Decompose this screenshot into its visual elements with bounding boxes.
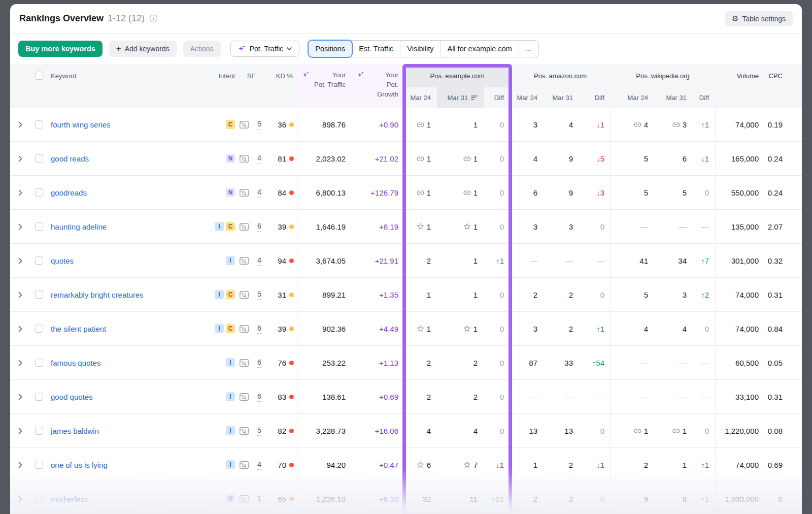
row-expander[interactable] xyxy=(10,244,30,277)
row-checkbox-cell xyxy=(30,482,48,514)
row-expander[interactable] xyxy=(10,448,30,481)
col-keyword[interactable]: Keyword xyxy=(48,64,206,87)
col-amazon-diff[interactable]: Diff xyxy=(579,87,611,108)
serp-features-icon[interactable] xyxy=(240,495,249,503)
volume-cell: 74,000 xyxy=(715,108,765,141)
row-expander[interactable] xyxy=(10,380,30,413)
row-checkbox[interactable] xyxy=(35,120,43,128)
sf-count[interactable]: 6 xyxy=(257,392,261,401)
col-pot-traffic[interactable]: YourPot. Traffic xyxy=(297,64,352,108)
keyword-link[interactable]: remarkably bright creatures xyxy=(51,291,144,299)
col-cpc[interactable]: CPC xyxy=(765,64,802,87)
row-expander[interactable] xyxy=(10,414,30,447)
keyword-link[interactable]: quotes xyxy=(51,256,74,265)
sf-count[interactable]: 6 xyxy=(257,358,261,367)
sf-count[interactable]: 6 xyxy=(257,221,261,231)
row-expander[interactable] xyxy=(10,278,30,311)
serp-features-icon[interactable] xyxy=(240,461,249,469)
col-wikipedia-mar31[interactable]: Mar 31 xyxy=(654,87,693,108)
pot-growth-cell: +1.35 xyxy=(352,278,404,311)
row-checkbox[interactable] xyxy=(35,325,43,333)
row-expander[interactable] xyxy=(10,210,30,243)
serp-features-icon[interactable] xyxy=(240,121,249,128)
keyword-link[interactable]: one of us is lying xyxy=(51,461,108,469)
tab-est-traffic[interactable]: Est. Traffic xyxy=(352,41,400,57)
position-value: 1 xyxy=(427,222,431,231)
row-checkbox[interactable] xyxy=(35,359,43,367)
sf-count[interactable]: 5 xyxy=(257,426,261,435)
position-value: 4 xyxy=(569,120,573,129)
row-expander[interactable] xyxy=(10,482,30,514)
serp-features-icon[interactable] xyxy=(240,393,249,401)
row-checkbox[interactable] xyxy=(35,461,43,469)
serp-features-icon[interactable] xyxy=(240,291,249,299)
row-expander[interactable] xyxy=(10,312,30,345)
sf-count[interactable]: 4 xyxy=(257,187,261,197)
serp-features-icon[interactable] xyxy=(240,325,249,333)
cpc-value: 0.08 xyxy=(768,427,783,435)
sf-count[interactable]: 4 xyxy=(257,460,261,469)
no-position-dash: — xyxy=(679,359,687,367)
row-checkbox[interactable] xyxy=(35,393,43,401)
serp-features-icon[interactable] xyxy=(240,359,249,367)
keyword-link[interactable]: goodreads xyxy=(51,188,87,197)
row-expander[interactable] xyxy=(10,346,30,379)
row-expander[interactable] xyxy=(10,176,30,209)
sf-count[interactable]: 1 xyxy=(257,494,261,503)
tab-all-for-example-com[interactable]: All for example.com xyxy=(440,41,518,57)
keyword-link[interactable]: haunting adeline xyxy=(51,222,107,231)
col-pot-growth[interactable]: YourPot. Growth xyxy=(352,64,404,108)
sf-count[interactable]: 4 xyxy=(257,255,261,265)
serp-features-icon[interactable] xyxy=(240,155,249,163)
tab-positions[interactable]: Positions xyxy=(308,40,352,57)
row-checkbox[interactable] xyxy=(35,154,43,163)
sf-count[interactable]: 4 xyxy=(257,153,261,163)
table-settings-button[interactable]: ⚙ Table settings xyxy=(725,11,793,26)
tab-visibility[interactable]: Visibility xyxy=(400,41,440,57)
sf-count[interactable]: 5 xyxy=(257,119,261,129)
row-checkbox[interactable] xyxy=(35,291,43,299)
col-kd[interactable]: KD % xyxy=(266,64,297,87)
row-checkbox[interactable] xyxy=(35,495,43,503)
add-keywords-button[interactable]: + Add keywords xyxy=(109,41,177,57)
row-checkbox[interactable] xyxy=(35,188,43,197)
keyword-link[interactable]: good quotes xyxy=(51,393,93,401)
info-icon[interactable]: i xyxy=(150,15,157,22)
col-amazon-mar24[interactable]: Mar 24 xyxy=(510,87,544,108)
col-wikipedia-diff[interactable]: Diff xyxy=(693,87,715,108)
keyword-link[interactable]: james baldwin xyxy=(51,427,99,435)
serp-features-icon[interactable] xyxy=(240,257,249,265)
buy-more-keywords-button[interactable]: Buy more keywords xyxy=(18,41,103,57)
row-expander[interactable] xyxy=(10,108,30,141)
col-example-mar24[interactable]: Mar 24 xyxy=(404,87,437,108)
col-example-mar31-sorted[interactable]: Mar 31 xyxy=(437,87,484,108)
col-wikipedia-mar24[interactable]: Mar 24 xyxy=(611,87,654,108)
kd-value: 84 xyxy=(278,188,286,197)
col-sf[interactable]: SF xyxy=(236,64,266,87)
tab-more[interactable]: ... xyxy=(519,41,538,57)
row-checkbox[interactable] xyxy=(35,222,43,231)
row-checkbox[interactable] xyxy=(35,256,43,265)
diff-value: ↑1 xyxy=(701,461,709,469)
serp-features-icon[interactable] xyxy=(240,189,249,197)
metric-selector-button[interactable]: Pot. Traffic xyxy=(230,41,300,57)
position-value: 2 xyxy=(533,291,537,299)
keyword-link[interactable]: the silent patient xyxy=(51,325,106,333)
keyword-link[interactable]: fourth wing series xyxy=(51,120,111,129)
col-volume[interactable]: Volume xyxy=(715,64,765,87)
actions-button[interactable]: Actions xyxy=(183,41,221,57)
select-all-checkbox[interactable] xyxy=(35,72,43,80)
keyword-link[interactable]: good reads xyxy=(51,154,89,163)
sf-count[interactable]: 6 xyxy=(257,324,261,333)
row-checkbox[interactable] xyxy=(35,427,43,435)
chevron-right-icon xyxy=(18,258,22,264)
sf-count[interactable]: 5 xyxy=(257,290,261,299)
col-intent[interactable]: Intent xyxy=(206,64,236,87)
row-expander[interactable] xyxy=(10,142,30,175)
serp-features-icon[interactable] xyxy=(240,223,249,231)
col-example-diff[interactable]: Diff xyxy=(484,87,510,108)
serp-features-icon[interactable] xyxy=(240,427,249,435)
keyword-link[interactable]: motherless xyxy=(51,495,88,503)
keyword-link[interactable]: famous quotes xyxy=(51,359,100,367)
col-amazon-mar31[interactable]: Mar 31 xyxy=(544,87,579,108)
